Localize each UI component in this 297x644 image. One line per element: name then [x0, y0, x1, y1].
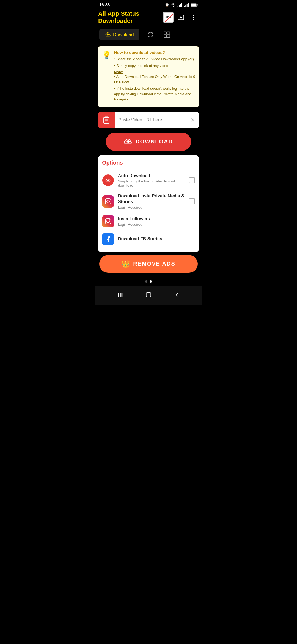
status-bar: 16:33 ⌚: [95, 0, 202, 8]
svg-rect-23: [105, 199, 111, 204]
svg-rect-11: [191, 3, 197, 6]
svg-rect-26: [105, 219, 111, 224]
back-button[interactable]: [172, 290, 182, 302]
status-icons: ⌚: [165, 2, 198, 7]
svg-rect-8: [188, 3, 189, 7]
auto-download-content: Auto Download Simply copy the link of vi…: [118, 173, 185, 188]
insta-private-content: Download insta Private Media & Stories L…: [118, 193, 185, 209]
options-section: Options Auto Download Simply copy the li…: [98, 155, 199, 252]
ads-badge-text: ADS: [165, 16, 171, 19]
clear-icon: ✕: [190, 117, 195, 123]
option-insta-followers[interactable]: Insta Followers Login Required: [102, 212, 195, 230]
svg-rect-10: [197, 4, 198, 6]
cloud-download-icon: [105, 177, 111, 183]
insta-followers-title: Insta Followers: [118, 216, 195, 222]
svg-rect-15: [167, 32, 170, 34]
instagram-icon: [105, 198, 111, 205]
auto-download-checkbox[interactable]: [189, 177, 195, 183]
signal2-icon: [184, 2, 189, 7]
insta-private-subtitle: Login Required: [118, 205, 185, 209]
info-bullet1: • Share the video to All Video Downloade…: [114, 56, 195, 62]
svg-rect-31: [121, 293, 122, 297]
more-options-icon: ⋮: [190, 13, 197, 21]
svg-point-24: [107, 200, 109, 203]
video-library-icon: [178, 14, 184, 21]
crown-icon: 👑: [122, 260, 130, 268]
instagram-private-icon: [102, 195, 114, 208]
wearables-icon: ⌚: [165, 3, 169, 7]
info-content: How to download videos? • Share the vide…: [114, 50, 195, 103]
more-options-button[interactable]: ⋮: [188, 12, 199, 23]
refresh-icon: [147, 31, 154, 38]
download-tab[interactable]: Download: [99, 29, 139, 40]
svg-rect-7: [187, 4, 188, 7]
page-indicators: [95, 277, 202, 286]
toolbar: Download: [95, 27, 202, 43]
svg-rect-16: [164, 35, 166, 37]
svg-point-25: [109, 200, 110, 200]
svg-rect-1: [178, 6, 178, 7]
lightbulb-icon: 💡: [102, 51, 111, 103]
svg-marker-13: [180, 16, 182, 18]
svg-point-0: [173, 6, 174, 7]
instagram-followers-icon: [102, 215, 114, 227]
header-icons: ADS ⋮: [163, 12, 199, 23]
page-dot-2: [150, 280, 152, 283]
wifi-icon: [171, 2, 176, 7]
download-cloud-icon: [105, 32, 111, 38]
download-tab-label: Download: [113, 32, 134, 37]
remove-ads-label: REMOVE ADS: [133, 261, 175, 267]
options-title: Options: [102, 160, 195, 166]
svg-rect-19: [104, 117, 109, 124]
facebook-icon: [105, 236, 111, 242]
svg-rect-14: [164, 32, 166, 34]
auto-download-subtitle: Simply copy the link of video to start d…: [118, 179, 185, 187]
url-input[interactable]: [115, 112, 186, 128]
puzzle-icon: [163, 31, 171, 39]
download-button[interactable]: DOWNLOAD: [106, 133, 191, 151]
puzzle-button[interactable]: [161, 29, 172, 40]
svg-rect-4: [181, 3, 182, 7]
fb-stories-content: Download FB Stories: [118, 236, 195, 242]
clear-button[interactable]: ✕: [186, 112, 199, 128]
svg-rect-5: [184, 6, 185, 7]
svg-rect-6: [185, 5, 186, 7]
ads-badge[interactable]: ADS: [163, 12, 174, 23]
home-icon: [145, 292, 152, 298]
auto-download-title: Auto Download: [118, 173, 185, 179]
svg-rect-29: [118, 293, 119, 297]
clipboard-icon: [102, 116, 111, 124]
insta-followers-subtitle: Login Required: [118, 222, 195, 227]
option-insta-private[interactable]: Download insta Private Media & Stories L…: [102, 190, 195, 212]
page-dot-1: [145, 280, 147, 283]
info-box: 💡 How to download videos? • Share the vi…: [98, 46, 199, 107]
svg-point-27: [107, 220, 109, 223]
info-note1: • Auto-Download Feature Only Works On An…: [114, 74, 195, 85]
url-input-area: ✕: [98, 112, 199, 128]
bottom-nav: [95, 286, 202, 305]
info-title: How to download videos?: [114, 50, 195, 55]
svg-rect-30: [120, 293, 121, 297]
insta-private-checkbox[interactable]: [189, 198, 195, 204]
back-icon: [174, 292, 180, 298]
recents-button[interactable]: [115, 290, 125, 302]
svg-rect-32: [146, 293, 151, 297]
option-auto-download[interactable]: Auto Download Simply copy the link of vi…: [102, 170, 195, 191]
home-button[interactable]: [143, 290, 154, 302]
info-bullet2: • Simply copy the link of any video: [114, 63, 195, 69]
paste-button[interactable]: [98, 112, 115, 128]
status-time: 16:33: [99, 2, 110, 7]
insta-followers-content: Insta Followers Login Required: [118, 216, 195, 227]
option-fb-stories[interactable]: Download FB Stories: [102, 230, 195, 248]
refresh-button[interactable]: [145, 29, 156, 40]
info-note2: • If the insta download doesn't work, lo…: [114, 86, 195, 102]
instagram-icon2: [105, 218, 111, 225]
video-library-button[interactable]: [176, 12, 186, 23]
svg-point-28: [109, 219, 110, 220]
app-header: All App Status Downloader ADS ⋮: [95, 8, 202, 27]
download-button-label: DOWNLOAD: [136, 138, 173, 145]
facebook-stories-icon: [102, 233, 114, 245]
remove-ads-button[interactable]: 👑 REMOVE ADS: [99, 255, 198, 273]
info-note-label: Note:: [114, 70, 195, 74]
auto-download-icon: [102, 174, 114, 186]
